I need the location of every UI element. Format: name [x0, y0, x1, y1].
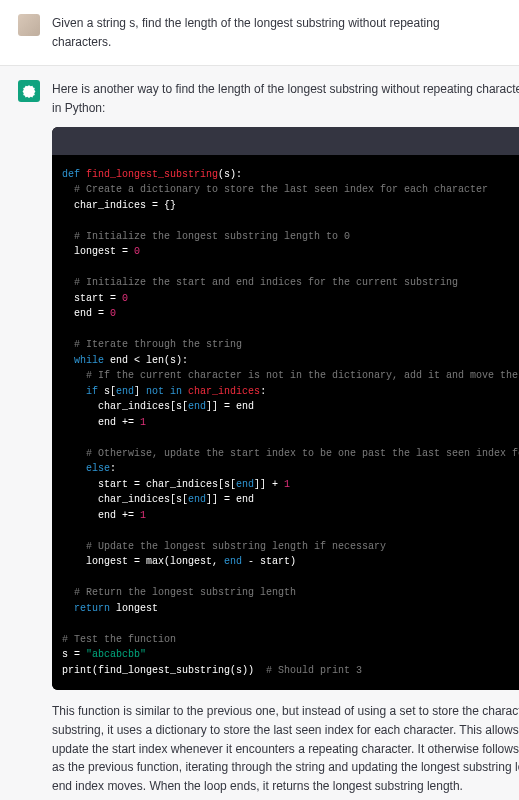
user-text: Given a string s, find the length of the… — [52, 14, 501, 51]
openai-icon — [22, 84, 36, 98]
assistant-content: Here is another way to find the length o… — [52, 80, 519, 795]
code-body[interactable]: def find_longest_substring(s): # Create … — [52, 155, 519, 691]
user-message: Given a string s, find the length of the… — [0, 0, 519, 66]
assistant-message: Here is another way to find the length o… — [0, 66, 519, 800]
assistant-avatar — [18, 80, 40, 102]
assistant-intro: Here is another way to find the length o… — [52, 80, 519, 117]
code-header: Copy code — [52, 127, 519, 155]
assistant-outro: This function is similar to the previous… — [52, 702, 519, 795]
code-block: Copy code def find_longest_substring(s):… — [52, 127, 519, 690]
user-avatar — [18, 14, 40, 36]
